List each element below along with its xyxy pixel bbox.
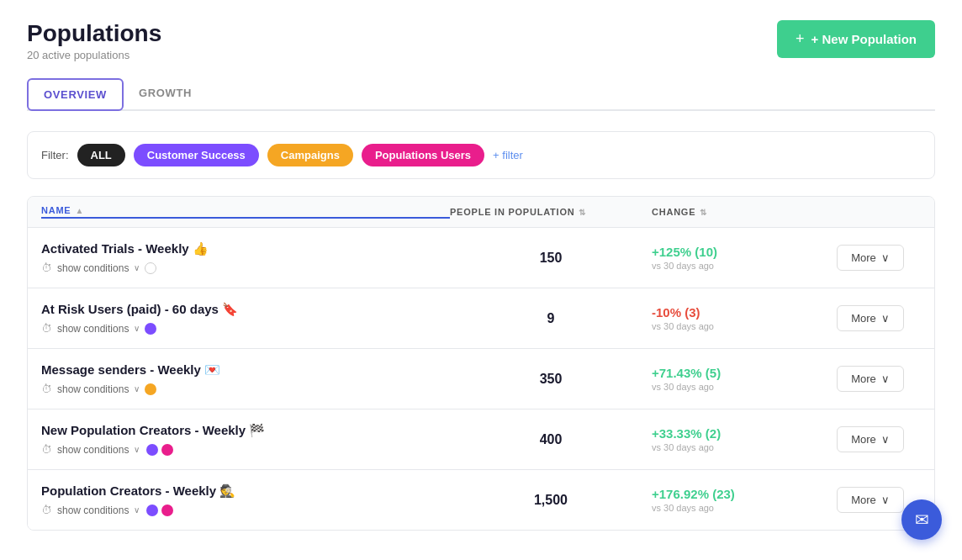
row-4-name-cell: New Population Creators - Weekly 🏁 ⏱ sho… — [41, 423, 450, 456]
col-header-people: PEOPLE IN POPULATION ⇅ — [450, 205, 652, 219]
row-5-change-value: +176.92% (23) — [652, 487, 820, 501]
page-subtitle: 20 active populations — [27, 49, 161, 61]
row-5-name-cell: Population Creators - Weekly 🕵️ ⏱ show c… — [41, 483, 450, 516]
row-2-change-vs: vs 30 days ago — [652, 321, 820, 331]
row-3-name: Message senders - Weekly 💌 — [41, 362, 450, 378]
filter-customer-success-button[interactable]: Customer Success — [134, 144, 259, 166]
clock-icon: ⏱ — [41, 443, 52, 456]
show-conditions-link[interactable]: show conditions — [57, 262, 129, 274]
populations-table: NAME ▲ PEOPLE IN POPULATION ⇅ CHANGE ⇅ A… — [27, 196, 935, 531]
row-1-change-vs: vs 30 days ago — [652, 261, 820, 271]
chevron-down-icon: ∨ — [134, 263, 140, 272]
row-2-name: At Risk Users (paid) - 60 days 🔖 — [41, 302, 450, 317]
new-population-label: + New Population — [811, 32, 917, 46]
row-5-change-vs: vs 30 days ago — [652, 503, 820, 513]
row-3-people: 350 — [450, 372, 652, 387]
show-conditions-link[interactable]: show conditions — [57, 383, 129, 395]
row-1-more-button[interactable]: More ∨ — [837, 245, 904, 271]
row-4-change: +33.33% (2) vs 30 days ago — [652, 426, 820, 452]
row-3-actions: More ∨ — [820, 366, 921, 392]
dot-purple — [145, 323, 156, 335]
chevron-down-icon: ∨ — [134, 324, 140, 333]
row-1-conditions: ⏱ show conditions ∨ — [41, 262, 450, 274]
row-4-change-value: +33.33% (2) — [652, 426, 820, 441]
table-row: New Population Creators - Weekly 🏁 ⏱ sho… — [28, 409, 934, 470]
show-conditions-link[interactable]: show conditions — [57, 323, 129, 335]
chevron-icon: ∨ — [881, 372, 890, 385]
row-2-more-button[interactable]: More ∨ — [837, 305, 904, 331]
dot-pink — [161, 505, 173, 516]
chevron-icon: ∨ — [881, 251, 890, 264]
row-2-change-value: -10% (3) — [652, 305, 820, 320]
table-row: Activated Trials - Weekly 👍 ⏱ show condi… — [28, 228, 934, 288]
filter-all-button[interactable]: ALL — [77, 144, 125, 166]
row-2-conditions: ⏱ show conditions ∨ — [41, 322, 450, 335]
row-1-change-value: +125% (10) — [652, 245, 820, 259]
clock-icon: ⏱ — [41, 262, 52, 274]
dot-purple — [146, 505, 158, 516]
sort-people-icon[interactable]: ⇅ — [579, 208, 586, 217]
chat-icon: ✉ — [915, 510, 929, 530]
row-3-more-button[interactable]: More ∨ — [837, 366, 904, 392]
page-title: Populations — [27, 20, 161, 47]
sort-change-icon[interactable]: ⇅ — [700, 208, 707, 217]
row-5-change: +176.92% (23) vs 30 days ago — [652, 487, 820, 513]
page-container: Populations 20 active populations + + Ne… — [0, 0, 962, 560]
table-row: Message senders - Weekly 💌 ⏱ show condit… — [28, 349, 934, 409]
col-header-name: NAME ▲ — [41, 205, 450, 219]
row-3-change-value: +71.43% (5) — [652, 366, 820, 380]
clock-icon: ⏱ — [41, 383, 52, 395]
plus-icon: + — [796, 30, 805, 48]
dot-orange — [145, 383, 156, 395]
show-conditions-link[interactable]: show conditions — [57, 505, 129, 516]
chevron-down-icon: ∨ — [134, 445, 140, 454]
chat-fab[interactable]: ✉ — [901, 499, 942, 540]
row-4-actions: More ∨ — [820, 426, 921, 452]
row-3-change-vs: vs 30 days ago — [652, 382, 820, 392]
page-header: Populations 20 active populations + + Ne… — [27, 20, 935, 61]
table-row: Population Creators - Weekly 🕵️ ⏱ show c… — [28, 470, 934, 530]
table-header: NAME ▲ PEOPLE IN POPULATION ⇅ CHANGE ⇅ — [28, 197, 934, 228]
row-2-change: -10% (3) vs 30 days ago — [652, 305, 820, 331]
show-conditions-link[interactable]: show conditions — [57, 444, 129, 456]
col-header-actions — [820, 205, 921, 219]
filter-campaigns-button[interactable]: Campaigns — [267, 144, 353, 166]
row-1-actions: More ∨ — [820, 245, 921, 271]
row-1-people: 150 — [450, 251, 652, 266]
col-header-change: CHANGE ⇅ — [652, 205, 820, 219]
row-5-conditions: ⏱ show conditions ∨ — [41, 504, 450, 516]
dots-row — [146, 444, 173, 456]
filter-bar: Filter: ALL Customer Success Campaigns P… — [27, 131, 935, 179]
row-3-change: +71.43% (5) vs 30 days ago — [652, 366, 820, 392]
tab-overview[interactable]: OVERVIEW — [27, 78, 124, 111]
dot-empty — [145, 262, 156, 274]
row-5-people: 1,500 — [450, 493, 652, 508]
add-filter-button[interactable]: + filter — [493, 149, 523, 161]
row-1-change: +125% (10) vs 30 days ago — [652, 245, 820, 271]
row-1-name: Activated Trials - Weekly 👍 — [41, 241, 450, 256]
row-3-conditions: ⏱ show conditions ∨ — [41, 383, 450, 395]
title-section: Populations 20 active populations — [27, 20, 161, 61]
row-4-name: New Population Creators - Weekly 🏁 — [41, 423, 450, 438]
row-4-conditions: ⏱ show conditions ∨ — [41, 443, 450, 456]
row-4-more-button[interactable]: More ∨ — [837, 426, 904, 452]
filter-populations-users-button[interactable]: Populations Users — [362, 144, 484, 166]
row-2-people: 9 — [450, 311, 652, 326]
new-population-button[interactable]: + + New Population — [777, 20, 935, 58]
table-row: At Risk Users (paid) - 60 days 🔖 ⏱ show … — [28, 288, 934, 349]
filter-label: Filter: — [41, 149, 69, 161]
row-4-change-vs: vs 30 days ago — [652, 442, 820, 452]
chevron-icon: ∨ — [881, 312, 890, 325]
row-1-name-cell: Activated Trials - Weekly 👍 ⏱ show condi… — [41, 241, 450, 274]
chevron-down-icon: ∨ — [134, 384, 140, 394]
row-3-name-cell: Message senders - Weekly 💌 ⏱ show condit… — [41, 362, 450, 395]
sort-name-icon[interactable]: ▲ — [75, 206, 84, 215]
row-5-more-button[interactable]: More ∨ — [837, 487, 904, 513]
chevron-icon: ∨ — [881, 433, 890, 446]
dot-purple — [146, 444, 158, 456]
dot-pink — [161, 444, 173, 456]
chevron-icon: ∨ — [881, 494, 890, 506]
row-4-people: 400 — [450, 432, 652, 447]
tab-growth[interactable]: GROWTH — [124, 78, 207, 111]
chevron-down-icon: ∨ — [134, 505, 140, 515]
